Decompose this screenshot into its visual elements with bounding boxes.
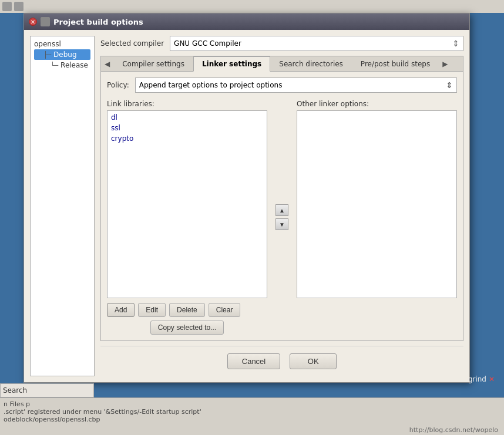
compiler-arrow-icon: ⇕ (452, 39, 459, 48)
search-label: Search (3, 386, 27, 394)
tab-prev-arrow[interactable]: ◀ (101, 58, 113, 70)
link-libraries-list[interactable]: dl ssl crypto (107, 110, 267, 298)
bg-toolbar (0, 0, 504, 13)
toolbar-icon-1 (2, 2, 12, 11)
move-buttons: ▲ ▼ (273, 100, 291, 335)
compiler-select[interactable]: GNU GCC Compiler ⇕ (170, 36, 463, 51)
dialog-icon (41, 17, 50, 26)
move-up-button[interactable]: ▲ (275, 204, 288, 216)
cancel-button[interactable]: Cancel (227, 353, 280, 369)
policy-arrow-icon: ⇕ (446, 80, 453, 90)
tab-pre-post-build[interactable]: Pre/post build steps (352, 56, 439, 71)
search-bar[interactable]: Search (0, 383, 94, 397)
main-panel: Selected compiler GNU GCC Compiler ⇕ ◀ C… (100, 36, 463, 376)
clear-button[interactable]: Clear (209, 303, 241, 317)
dialog-titlebar: ✕ Project build options (24, 14, 469, 30)
tree-item-release[interactable]: └─ Release (34, 60, 90, 70)
delete-button[interactable]: Delete (169, 303, 205, 317)
tab-next-arrow[interactable]: ▶ (439, 58, 451, 70)
grind-close-icon[interactable]: ✕ (489, 375, 495, 383)
copy-selected-button[interactable]: Copy selected to... (150, 321, 224, 335)
compiler-row: Selected compiler GNU GCC Compiler ⇕ (100, 36, 463, 51)
grind-label: grind (468, 375, 486, 383)
lib-button-row: Add Edit Delete Clear (107, 303, 267, 317)
dialog: ✕ Project build options openssl ├─ Debug… (23, 13, 470, 383)
list-item[interactable]: crypto (109, 133, 266, 144)
list-item[interactable]: ssl (109, 123, 266, 133)
tab-compiler-settings[interactable]: Compiler settings (113, 56, 193, 71)
policy-select[interactable]: Append target options to project options… (135, 77, 457, 93)
dialog-title: Project build options (53, 18, 143, 26)
status-line-1: n Files p (4, 400, 500, 408)
add-button[interactable]: Add (107, 303, 135, 317)
compiler-value: GNU GCC Compiler (174, 39, 241, 48)
link-libraries-col: Link libraries: dl ssl crypto (107, 100, 267, 335)
tree-panel: openssl ├─ Debug └─ Release (30, 36, 95, 376)
move-up-icon: ▲ (279, 207, 285, 214)
policy-row: Policy: Append target options to project… (107, 77, 457, 93)
status-bar: n Files p .script' registered under menu… (0, 397, 504, 435)
tree-root: openssl (34, 40, 90, 48)
dialog-content: openssl ├─ Debug └─ Release Selected com… (24, 30, 469, 382)
other-linker-list[interactable] (297, 110, 457, 298)
dialog-buttons: Cancel OK (100, 346, 463, 375)
copy-selected-row: Copy selected to... (107, 321, 267, 335)
two-col: Link libraries: dl ssl crypto (107, 100, 457, 335)
link-libraries-header: Link libraries: (107, 100, 267, 108)
close-button[interactable]: ✕ (29, 18, 37, 26)
tabs-container: ◀ Compiler settings Linker settings Sear… (100, 56, 463, 71)
status-line-3: odeblock/openssl/openssl.cbp (4, 416, 500, 423)
move-down-button[interactable]: ▼ (275, 218, 288, 230)
tab-linker-settings[interactable]: Linker settings (193, 56, 270, 72)
policy-value: Append target options to project options (139, 81, 283, 89)
edit-button[interactable]: Edit (138, 303, 166, 317)
compiler-label: Selected compiler (100, 39, 164, 48)
tab-search-directories[interactable]: Search directories (270, 56, 352, 71)
other-linker-header: Other linker options: (297, 100, 457, 108)
status-line-2: .script' registered under menu '&Setting… (4, 408, 500, 416)
grind-bar: grind ✕ (465, 374, 498, 385)
move-down-icon: ▼ (279, 221, 285, 228)
other-linker-col: Other linker options: (297, 100, 457, 335)
list-item[interactable]: dl (109, 112, 266, 123)
toolbar-icon-2 (14, 2, 23, 11)
ok-button[interactable]: OK (290, 353, 337, 369)
tree-item-debug[interactable]: ├─ Debug (34, 49, 90, 60)
policy-label: Policy: (107, 81, 129, 89)
tab-content: Policy: Append target options to project… (100, 71, 463, 341)
url-text: http://blog.csdn.net/wopelo (409, 426, 498, 434)
